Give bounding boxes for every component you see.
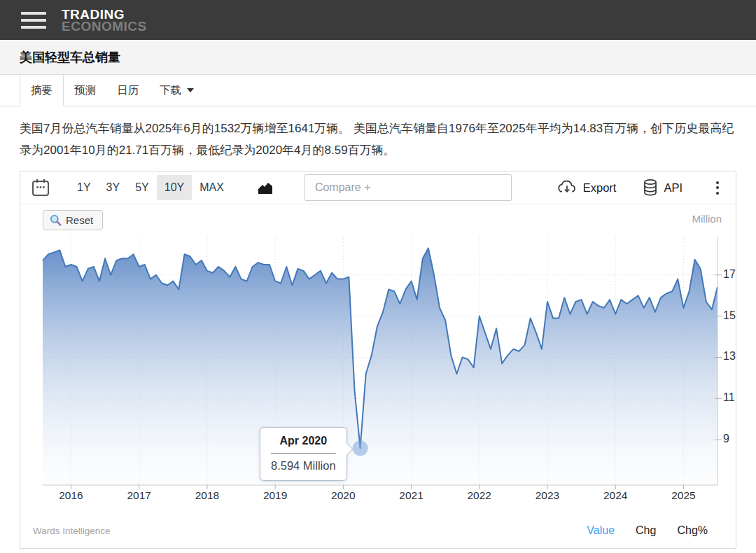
database-icon bbox=[643, 178, 658, 197]
y-axis-label-13: 13 bbox=[723, 350, 747, 363]
range-button-5y[interactable]: 5Y bbox=[127, 175, 157, 200]
tab-下载[interactable]: 下载 bbox=[149, 75, 204, 106]
summary-text: 美国7月份总汽车销量从2025年6月的1532万辆增至1641万辆。 美国总汽车… bbox=[20, 118, 736, 161]
range-button-3y[interactable]: 3Y bbox=[99, 175, 128, 200]
range-button-max[interactable]: MAX bbox=[192, 175, 232, 200]
x-axis-label-2020: 2020 bbox=[321, 489, 365, 502]
tab-label: 摘要 bbox=[31, 83, 52, 98]
y-axis-label-9: 9 bbox=[723, 433, 747, 445]
chart-widget: 1Y3Y5Y10YMAX Export bbox=[20, 171, 736, 549]
api-button[interactable]: API bbox=[643, 178, 682, 197]
range-selector: 1Y3Y5Y10YMAX bbox=[69, 175, 232, 200]
x-axis-label-2017: 2017 bbox=[117, 489, 162, 502]
area-fill bbox=[43, 248, 718, 486]
y-axis-label-17: 17 bbox=[723, 268, 747, 281]
x-axis-label-2025: 2025 bbox=[661, 489, 706, 502]
x-axis-label-2016: 2016 bbox=[49, 489, 94, 502]
brand-logo[interactable]: TRADING ECONOMICS bbox=[62, 8, 147, 32]
app-header: TRADING ECONOMICS bbox=[0, 0, 756, 40]
x-axis-label-2022: 2022 bbox=[457, 489, 502, 502]
export-label: Export bbox=[583, 181, 617, 195]
mode-link-chg-pct[interactable]: Chg% bbox=[677, 524, 708, 537]
range-button-1y[interactable]: 1Y bbox=[69, 175, 99, 200]
cloud-download-icon bbox=[556, 179, 578, 196]
toolbar-right-group: Export API bbox=[556, 177, 727, 199]
range-button-10y[interactable]: 10Y bbox=[157, 175, 192, 200]
brand-line-2: ECONOMICS bbox=[62, 20, 147, 32]
hamburger-menu-icon[interactable] bbox=[21, 12, 46, 29]
value-mode-switcher: ValueChgChg% bbox=[587, 524, 723, 537]
api-label: API bbox=[664, 181, 682, 195]
x-axis-label-2024: 2024 bbox=[593, 489, 638, 502]
tab-预测[interactable]: 预测 bbox=[64, 75, 106, 106]
chart-type-button[interactable] bbox=[254, 177, 276, 198]
tooltip-date: Apr 2020 bbox=[271, 435, 336, 454]
chart-region: Reset Million Apr 2020 8.594 Million 171… bbox=[20, 204, 736, 515]
y-axis-label-15: 15 bbox=[723, 309, 747, 322]
calendar-button[interactable] bbox=[29, 175, 52, 200]
tooltip-value: 8.594 Million bbox=[271, 454, 336, 472]
x-axis-label-2018: 2018 bbox=[185, 489, 230, 502]
tab-摘要[interactable]: 摘要 bbox=[20, 75, 64, 106]
widget-footer: Wards Intelligence ValueChgChg% bbox=[20, 515, 736, 548]
magnifier-icon bbox=[50, 214, 62, 226]
tab-label: 下载 bbox=[160, 83, 181, 98]
tab-日历[interactable]: 日历 bbox=[106, 75, 149, 106]
data-source: Wards Intelligence bbox=[33, 526, 111, 536]
chevron-down-icon bbox=[187, 88, 194, 92]
highlight-marker[interactable] bbox=[353, 440, 368, 456]
reset-label: Reset bbox=[66, 214, 93, 226]
compare-input[interactable] bbox=[304, 174, 512, 201]
title-bar: 美国轻型车总销量 bbox=[0, 40, 756, 75]
reset-zoom-button[interactable]: Reset bbox=[43, 210, 103, 230]
area-chart-icon bbox=[257, 180, 274, 195]
unit-label: Million bbox=[692, 213, 722, 225]
tab-label: 预测 bbox=[74, 83, 96, 98]
x-axis-label-2019: 2019 bbox=[253, 489, 298, 502]
mode-link-value[interactable]: Value bbox=[587, 524, 615, 537]
tab-label: 日历 bbox=[117, 83, 139, 98]
page-title: 美国轻型车总销量 bbox=[20, 49, 120, 66]
mode-link-chg[interactable]: Chg bbox=[636, 524, 656, 537]
calendar-icon bbox=[31, 178, 50, 197]
chart-tooltip: Apr 2020 8.594 Million bbox=[260, 427, 347, 481]
kebab-menu-icon[interactable] bbox=[709, 177, 726, 199]
x-axis-label-2021: 2021 bbox=[389, 489, 434, 502]
x-axis-label-2023: 2023 bbox=[525, 489, 570, 502]
tab-bar: 摘要预测日历下载 bbox=[0, 75, 756, 106]
export-button[interactable]: Export bbox=[556, 179, 617, 196]
brand-line-1: TRADING bbox=[62, 8, 147, 20]
chart-toolbar: 1Y3Y5Y10YMAX Export bbox=[20, 172, 736, 204]
sales-area-chart[interactable] bbox=[43, 237, 722, 490]
y-axis-label-11: 11 bbox=[723, 391, 747, 404]
